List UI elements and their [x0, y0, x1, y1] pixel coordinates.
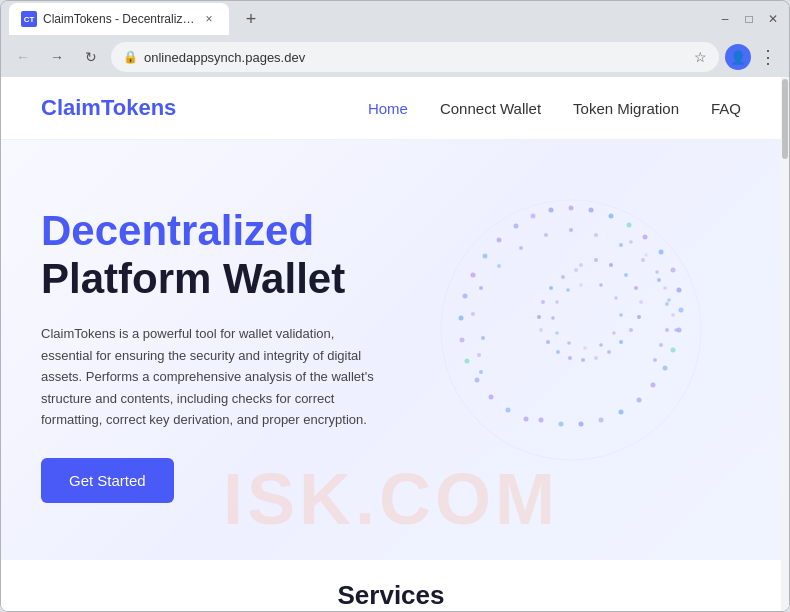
svg-point-11	[679, 308, 684, 313]
browser-menu-button[interactable]: ⋮	[755, 44, 781, 70]
svg-point-41	[544, 233, 548, 237]
svg-point-33	[524, 417, 529, 422]
hero-section: Decentralized Platform Wallet ClaimToken…	[1, 140, 781, 560]
svg-point-26	[463, 294, 468, 299]
svg-point-87	[663, 286, 667, 290]
site-logo: ClaimTokens	[41, 95, 176, 121]
svg-point-15	[651, 383, 656, 388]
nav-link-token-migration[interactable]: Token Migration	[573, 100, 679, 117]
tab-favicon: CT	[21, 11, 37, 27]
svg-point-30	[475, 378, 480, 383]
globe-svg	[421, 180, 721, 480]
url-display: onlinedappsynch.pages.dev	[144, 50, 688, 65]
svg-point-44	[479, 286, 483, 290]
svg-point-48	[479, 370, 483, 374]
refresh-button[interactable]: ↻	[77, 43, 105, 71]
svg-point-47	[477, 353, 481, 357]
svg-point-52	[594, 258, 598, 262]
svg-point-64	[556, 350, 560, 354]
svg-point-56	[639, 300, 643, 304]
svg-point-75	[612, 331, 616, 335]
profile-avatar[interactable]: 👤	[725, 44, 751, 70]
svg-point-85	[671, 313, 675, 317]
svg-point-34	[569, 228, 573, 232]
tab-close-button[interactable]: ×	[201, 11, 217, 27]
browser-toolbar: ← → ↻ 🔒 onlinedappsynch.pages.dev ☆ 👤 ⋮	[1, 37, 789, 77]
svg-point-13	[671, 348, 676, 353]
svg-point-32	[506, 408, 511, 413]
svg-point-81	[555, 300, 559, 304]
new-tab-button[interactable]: +	[237, 5, 265, 33]
hero-title-colored: Decentralized	[41, 207, 381, 255]
tab-strip: CT ClaimTokens - Decentralized Pl... × +	[9, 3, 265, 35]
svg-point-69	[549, 286, 553, 290]
svg-point-43	[497, 264, 501, 268]
nav-link-home[interactable]: Home	[368, 100, 408, 117]
nav-links: Home Connect Wallet Token Migration FAQ	[368, 100, 741, 117]
scrollbar-track[interactable]	[781, 77, 789, 611]
svg-point-31	[489, 395, 494, 400]
svg-point-1	[569, 206, 574, 211]
title-bar: CT ClaimTokens - Decentralized Pl... × +…	[1, 1, 789, 37]
svg-point-37	[641, 258, 645, 262]
svg-point-23	[497, 238, 502, 243]
minimize-button[interactable]: –	[717, 11, 733, 27]
svg-point-38	[657, 278, 661, 282]
hero-text: Decentralized Platform Wallet ClaimToken…	[41, 207, 381, 504]
svg-point-54	[624, 273, 628, 277]
svg-point-49	[659, 343, 663, 347]
svg-point-62	[581, 358, 585, 362]
svg-point-16	[637, 398, 642, 403]
svg-point-53	[609, 263, 613, 267]
svg-point-83	[579, 283, 583, 287]
back-button[interactable]: ←	[9, 43, 37, 71]
svg-point-19	[579, 422, 584, 427]
window-controls: – □ ✕	[717, 11, 781, 27]
svg-point-50	[653, 358, 657, 362]
svg-point-76	[599, 343, 603, 347]
svg-point-61	[594, 356, 598, 360]
svg-point-27	[459, 316, 464, 321]
maximize-button[interactable]: □	[741, 11, 757, 27]
svg-point-39	[665, 302, 669, 306]
active-tab[interactable]: CT ClaimTokens - Decentralized Pl... ×	[9, 3, 229, 35]
scrollbar-thumb[interactable]	[782, 79, 788, 159]
svg-point-18	[599, 418, 604, 423]
svg-point-86	[667, 298, 671, 302]
svg-point-60	[607, 350, 611, 354]
close-button[interactable]: ✕	[765, 11, 781, 27]
bookmark-icon[interactable]: ☆	[694, 49, 707, 65]
svg-point-3	[609, 214, 614, 219]
svg-point-21	[539, 418, 544, 423]
browser-content: ClaimTokens Home Connect Wallet Token Mi…	[1, 77, 789, 611]
svg-point-63	[568, 356, 572, 360]
svg-point-90	[629, 240, 633, 244]
svg-point-2	[589, 208, 594, 213]
svg-point-67	[537, 315, 541, 319]
svg-point-25	[471, 273, 476, 278]
svg-point-55	[634, 286, 638, 290]
get-started-button[interactable]: Get Started	[41, 458, 174, 503]
svg-point-77	[583, 346, 587, 350]
nav-link-connect-wallet[interactable]: Connect Wallet	[440, 100, 541, 117]
svg-point-89	[644, 253, 648, 257]
hero-description: ClaimTokens is a powerful tool for walle…	[41, 323, 381, 430]
forward-button[interactable]: →	[43, 43, 71, 71]
svg-point-46	[481, 336, 485, 340]
svg-point-74	[619, 313, 623, 317]
svg-point-14	[663, 366, 668, 371]
page-content: ClaimTokens Home Connect Wallet Token Mi…	[1, 77, 781, 611]
svg-point-29	[465, 359, 470, 364]
svg-point-42	[519, 246, 523, 250]
svg-point-79	[555, 331, 559, 335]
svg-point-35	[594, 233, 598, 237]
address-bar[interactable]: 🔒 onlinedappsynch.pages.dev ☆	[111, 42, 719, 72]
svg-point-36	[619, 243, 623, 247]
svg-point-51	[579, 263, 583, 267]
svg-point-17	[619, 410, 624, 415]
nav-link-faq[interactable]: FAQ	[711, 100, 741, 117]
services-section: Services ClaimTokens is a decentralized …	[1, 560, 781, 611]
svg-point-28	[460, 338, 465, 343]
svg-point-0	[441, 200, 701, 460]
svg-point-4	[627, 223, 632, 228]
